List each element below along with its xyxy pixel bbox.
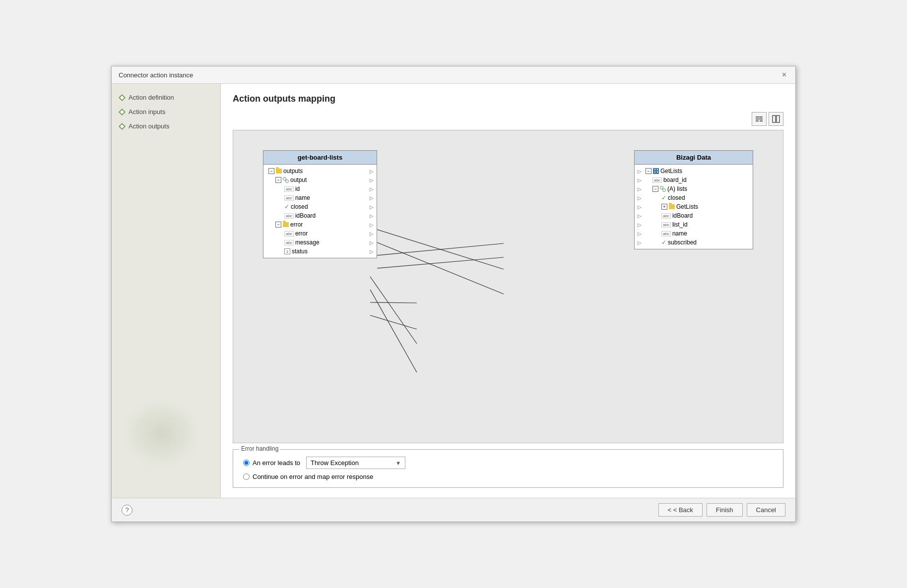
row-label: board_id [663,176,687,183]
tree-row: ▷ abc name [635,229,753,238]
folder-icon [276,169,282,174]
right-table-body: ▷ − GetLists ▷ abc board [635,165,753,249]
expand-btn[interactable]: + [661,204,667,210]
left-mapping-table: get-board-lists − outputs ▷ [263,150,377,258]
tree-row: ▷ + GetLists [635,202,753,211]
row-label: closed [291,203,308,210]
left-table-header: get-board-lists [263,151,377,165]
sidebar-item-action-definition[interactable]: Action definition [120,94,212,101]
dropdown-arrow-icon: ▼ [395,460,401,466]
check-icon: ✓ [284,203,289,210]
close-button[interactable]: × [780,70,788,79]
abc-icon: abc [284,186,294,192]
cancel-button[interactable]: Cancel [747,503,785,517]
sidebar-item-label: Action outputs [129,122,169,130]
error-option-2-label[interactable]: Continue on error and map error response [243,473,374,480]
mapping-area: get-board-lists − outputs ▷ [233,130,783,443]
content-area: Action definition Action inputs Action o… [112,84,795,498]
row-label: idBoard [672,212,693,219]
row-label: GetLists [676,203,698,210]
svg-rect-5 [760,120,763,121]
tree-row: ▷ − GetLists [635,167,753,176]
arrow-port: ▷ [370,240,374,245]
arrow-port-left: ▷ [638,231,642,236]
diamond-icon [119,94,126,101]
expand-btn[interactable]: − [652,186,658,192]
tree-row: ▷ ✓ subscribed [635,238,753,247]
right-table-header: Bizagi Data [635,151,753,165]
row-label: GetLists [660,168,682,175]
arrow-port: ▷ [370,195,374,201]
row-label: id [295,185,300,192]
expand-btn[interactable]: − [275,222,281,228]
layout-btn-1[interactable] [752,112,767,126]
back-button[interactable]: < < Back [658,503,703,517]
layout-btn-2[interactable] [769,112,783,126]
abc-icon: abc [661,231,671,236]
dropdown-value: Throw Exception [311,459,359,467]
tree-row: ▷ abc idBoard [635,211,753,220]
toolbar [233,112,783,126]
arrow-port: ▷ [370,249,374,254]
abc-icon: abc [661,213,671,219]
svg-rect-8 [773,116,776,122]
tree-row: − output ▷ [263,176,377,184]
connect-icon [283,177,289,183]
tree-row: ▷ ✓ closed [635,193,753,202]
row-label: outputs [283,168,303,175]
error-option-2-radio[interactable] [243,473,250,480]
arrow-port: ▷ [370,204,374,210]
tree-row: ✓ closed ▷ [263,202,377,211]
row-label: output [290,176,307,183]
error-row-2: Continue on error and map error response [243,473,773,480]
sidebar-item-label: Action inputs [129,108,165,116]
footer: ? < < Back Finish Cancel [112,498,795,522]
diamond-icon [119,122,126,129]
dialog: Connector action instance × Action defin… [111,66,796,522]
svg-line-17 [377,257,504,268]
arrow-port: ▷ [370,177,374,183]
tree-row: − outputs ▷ [263,167,377,176]
error-option-1-text: An error leads to [253,459,300,467]
layout-icon-2 [772,115,780,123]
help-button[interactable]: ? [122,505,132,516]
error-option-1-radio[interactable] [243,460,250,466]
arrow-port: ▷ [370,169,374,174]
check-icon: ✓ [661,194,666,201]
tree-row: abc error ▷ [263,229,377,238]
row-label: error [290,221,303,228]
arrow-port-left: ▷ [638,177,642,183]
svg-rect-4 [756,120,759,121]
arrow-port-left: ▷ [638,169,642,174]
arrow-port: ▷ [370,186,374,192]
error-option-1-label[interactable]: An error leads to [243,459,300,467]
error-dropdown[interactable]: Throw Exception ▼ [306,457,405,469]
sidebar-item-action-outputs[interactable]: Action outputs [120,122,212,130]
row-label: message [295,239,320,246]
row-label: list_id [672,221,688,228]
arrow-port: ▷ [370,213,374,219]
abc-icon: abc [661,222,671,228]
tree-row: − error ▷ [263,220,377,229]
expand-btn[interactable]: − [268,168,274,174]
main-area: Action outputs mapping [221,84,795,498]
arrow-port-left: ▷ [638,240,642,245]
tree-row: abc message ▷ [263,238,377,247]
folder-icon [669,204,675,209]
tree-row: ▷ abc board_id [635,176,753,184]
diamond-icon [119,108,126,115]
svg-rect-2 [756,118,759,119]
abc-icon: abc [284,213,294,219]
layout-icon-1 [755,115,764,123]
arrow-port-left: ▷ [638,204,642,210]
finish-button[interactable]: Finish [707,503,743,517]
error-option-2-text: Continue on error and map error response [253,473,374,480]
svg-line-16 [377,243,504,255]
sidebar-item-action-inputs[interactable]: Action inputs [120,108,212,116]
abc-icon: abc [284,240,294,245]
sidebar: Action definition Action inputs Action o… [112,84,221,498]
expand-btn[interactable]: − [646,168,651,174]
expand-btn[interactable]: − [275,177,281,183]
svg-line-13 [370,315,417,329]
row-label: idBoard [295,212,316,219]
